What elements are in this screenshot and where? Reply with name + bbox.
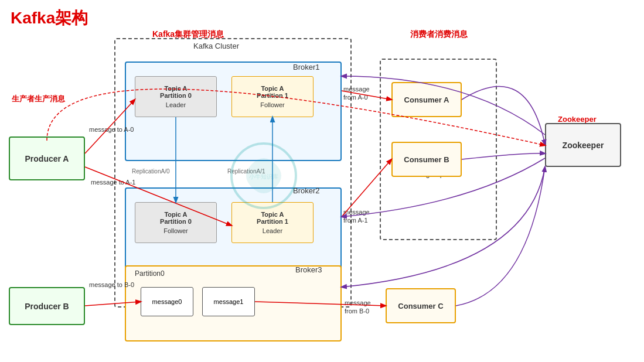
msg-to-a0-label: message to A-0: [89, 126, 134, 133]
consumer-c-box: Consumer C: [386, 288, 456, 323]
consumer-a-box: Consumer A: [391, 82, 462, 117]
msg-from-a1-label: messagefrom A-1: [343, 208, 370, 225]
partition-b1-p0: Topic A Partition 0 Leader: [135, 76, 217, 117]
consumer-consume-label: 消费者消费消息: [410, 29, 468, 40]
partition0-label: Partition0: [135, 269, 165, 278]
replication-a0-label: ReplicationA/0: [132, 168, 169, 175]
msg-from-b0-label: messagefrom B-0: [345, 299, 371, 316]
producer-produce-label: 生产者生产消息: [12, 94, 65, 104]
main-container: Kafka架构 Kafka集群管理消息 消费者消费消息 生产者生产消息 Zook…: [0, 0, 644, 362]
producer-a-box: Producer A: [9, 136, 85, 180]
broker3-label: Broker3: [295, 265, 322, 274]
msg-to-a1-label: message to A-1: [91, 179, 135, 186]
zookeeper-box: Zookeeper: [545, 123, 621, 167]
producer-b-box: Producer B: [9, 287, 85, 325]
partition-b1-p1: Topic A Partition 1 Follower: [231, 76, 314, 117]
message0-box: message0: [141, 287, 193, 316]
msg-from-a0-label: messagefrom A-0: [343, 85, 370, 102]
message1-box: message1: [202, 287, 255, 316]
broker1-label: Broker1: [293, 63, 320, 71]
page-title: Kafka架构: [11, 7, 88, 29]
kafka-cluster-label: Kafka Cluster: [193, 42, 239, 50]
partition-b2-p1: Topic A Partition 1 Leader: [231, 202, 314, 243]
partition-b2-p0: Topic A Partition 0 Follower: [135, 202, 217, 243]
msg-to-b0-label: message to B-0: [89, 281, 134, 288]
replication-a1-label: ReplicationA/1: [227, 168, 265, 175]
broker2-label: Broker2: [293, 186, 320, 195]
consumer-b-box: Consumer B: [391, 142, 462, 177]
